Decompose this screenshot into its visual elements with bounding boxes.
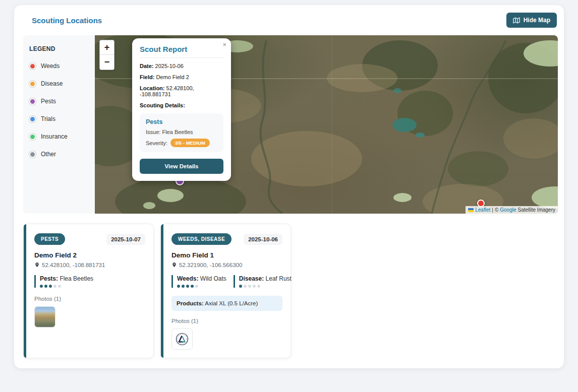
severity-dot <box>186 285 189 288</box>
legend-item-label: Insurance <box>41 133 68 140</box>
attribution-suffix: Satellite Imagery <box>518 207 555 213</box>
date-badge: 2025-10-07 <box>106 234 145 245</box>
field-location: 52.321900, -106.566300 <box>171 262 282 268</box>
issue-item: Disease: Leaf Rust <box>234 275 292 288</box>
map-section: LEGEND WeedsDiseasePestsTrialsInsuranceO… <box>23 35 558 214</box>
other-marker-icon <box>29 151 36 158</box>
issue-value: Flea Beetles <box>60 275 93 282</box>
legend-item-pests: Pests <box>29 98 91 105</box>
location-pin-icon <box>171 262 177 268</box>
legend-panel: LEGEND WeedsDiseasePestsTrialsInsuranceO… <box>23 35 95 214</box>
severity-dot <box>191 285 194 288</box>
photo-thumbnail[interactable] <box>34 306 55 328</box>
severity-dot <box>58 285 61 288</box>
severity-dot <box>49 285 52 288</box>
severity-dot <box>244 285 247 288</box>
severity-dot <box>40 285 43 288</box>
severity-dot <box>239 285 242 288</box>
attribution-copyright: © <box>495 207 498 213</box>
legend-item-label: Disease <box>41 80 63 87</box>
popup-title: Scout Report <box>140 45 223 58</box>
field-value: Demo Field 2 <box>156 74 189 80</box>
zoom-out-button[interactable]: − <box>100 55 114 70</box>
google-link[interactable]: Google <box>500 207 516 213</box>
severity-dot <box>257 285 260 288</box>
legend-item-label: Trials <box>41 115 55 122</box>
severity-dot <box>182 285 185 288</box>
severity-dots <box>177 285 226 288</box>
popup-date: Date: 2025-10-06 <box>140 63 223 69</box>
map-attribution: Leaflet | © Google Satellite Imagery <box>466 206 558 214</box>
card-header: PESTS2025-10-07 <box>34 233 145 245</box>
severity-dot <box>253 285 256 288</box>
legend-item-other: Other <box>29 151 91 158</box>
popup-location: Location: 52.428100, -108.881731 <box>140 85 223 97</box>
scout-card: WEEDS, DISEASE2025-10-06Demo Field 152.3… <box>160 224 291 358</box>
date-label: Date: <box>140 63 154 69</box>
issue-value: Wild Oats <box>200 275 226 282</box>
severity-dot <box>248 285 251 288</box>
photo-thumbnail[interactable] <box>171 329 193 350</box>
card-header: WEEDS, DISEASE2025-10-06 <box>171 233 282 245</box>
field-photo <box>35 307 55 327</box>
issue-value: Leaf Rust <box>266 275 292 282</box>
leaflet-link[interactable]: Leaflet <box>475 207 490 213</box>
scout-cards-row: PESTS2025-10-07Demo Field 252.428100, -1… <box>23 224 558 358</box>
legend-item-weeds: Weeds <box>29 62 91 70</box>
issue-type-label: Disease: <box>239 275 264 282</box>
category-badge: PESTS <box>34 233 65 245</box>
view-details-button[interactable]: View Details <box>140 159 223 174</box>
insurance-marker-icon <box>29 134 36 140</box>
issues-row: Pests: Flea Beetles <box>34 275 145 288</box>
issue-type-label: Weeds: <box>177 275 198 282</box>
legend-item-trials: Trials <box>29 115 91 122</box>
pests-marker-icon <box>29 98 36 105</box>
trials-marker-icon <box>29 116 36 122</box>
issue-category: Pests <box>146 118 217 125</box>
map-zoom-control: + − <box>99 40 114 70</box>
issues-row: Weeds: Wild OatsDisease: Leaf Rust <box>171 275 282 288</box>
products-box: Products: Axial XL (0.5 L/Acre) <box>171 296 282 311</box>
severity-dots <box>40 285 93 288</box>
legend-item-disease: Disease <box>29 80 91 87</box>
popup-field: Field: Demo Field 2 <box>140 74 223 80</box>
scouting-locations-panel: Scouting Locations Hide Map LEGEND Weeds… <box>14 5 564 368</box>
legend-item-insurance: Insurance <box>29 133 91 140</box>
field-title: Demo Field 2 <box>34 251 145 259</box>
issue-line: Pests: Flea Beetles <box>40 275 93 282</box>
satellite-map[interactable]: + − × Scout Report Date: 2025-10-06 Fiel… <box>95 35 558 214</box>
severity-dot <box>53 285 56 288</box>
hide-map-button[interactable]: Hide Map <box>506 13 557 28</box>
severity-label: Severity: <box>146 140 167 146</box>
date-badge: 2025-10-06 <box>244 234 282 245</box>
issue-item: Weeds: Wild Oats <box>171 275 226 288</box>
scout-report-popup: × Scout Report Date: 2025-10-06 Field: D… <box>132 38 231 181</box>
popup-details-heading: Scouting Details: <box>140 102 223 108</box>
scout-card: PESTS2025-10-07Demo Field 252.428100, -1… <box>23 224 154 358</box>
legend-title: LEGEND <box>29 45 91 52</box>
zoom-in-button[interactable]: + <box>100 40 114 55</box>
field-location: 52.428100, -108.881731 <box>34 262 145 268</box>
severity-badge: 3/5 - MEDIUM <box>170 139 210 147</box>
photos-label: Photos (1) <box>171 318 282 324</box>
legend-item-label: Pests <box>41 98 56 105</box>
issue-item: Pests: Flea Beetles <box>34 275 93 288</box>
map-icon <box>513 17 520 24</box>
close-icon[interactable]: × <box>222 41 226 48</box>
products-value: Axial XL (0.5 L/Acre) <box>205 300 258 306</box>
attribution-separator: | <box>492 207 493 213</box>
issue-value: Flea Beetles <box>162 129 193 135</box>
issue-text: Issue: Flea Beetles <box>146 129 217 135</box>
photos-label: Photos (1) <box>34 296 145 302</box>
severity-row: Severity: 3/5 - MEDIUM <box>146 139 217 147</box>
issue-label: Issue: <box>146 129 160 135</box>
header: Scouting Locations Hide Map <box>14 5 564 35</box>
severity-dots <box>239 285 292 288</box>
coordinates: 52.428100, -108.881731 <box>42 262 105 268</box>
ukraine-flag-icon <box>468 208 474 212</box>
disease-marker-icon <box>29 81 36 87</box>
field-label: Field: <box>140 74 154 80</box>
product-logo-icon <box>175 332 189 346</box>
severity-dot <box>195 285 198 288</box>
date-value: 2025-10-06 <box>155 63 184 69</box>
